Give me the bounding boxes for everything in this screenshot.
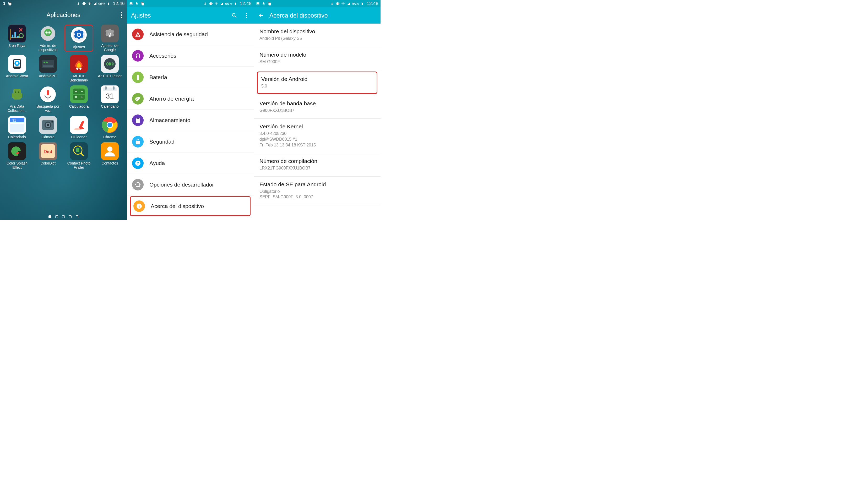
document-icon [267,2,271,6]
svg-rect-66 [70,116,88,134]
app-4[interactable]: Android Wear [3,55,31,82]
settings-row-6[interactable]: ? Ayuda [127,153,254,174]
svg-point-94 [139,205,140,206]
app-8[interactable]: Ara Data Collection... [3,85,31,113]
svg-rect-53 [105,86,107,90]
app-icon [39,85,57,103]
svg-rect-88 [137,34,138,35]
app-14[interactable]: CCleaner [64,116,93,139]
svg-text:+: + [75,89,77,94]
app-10[interactable]: +−×÷ Calculadora [64,85,93,113]
app-15[interactable]: Chrome [95,116,124,139]
svg-point-85 [246,15,247,16]
app-2[interactable]: Ajustes [64,25,93,52]
bluetooth-icon [76,2,81,6]
svg-point-30 [80,67,82,70]
app-0[interactable]: 3 en Raya [3,25,31,52]
settings-row-0[interactable]: Asistencia de seguridad [127,23,254,45]
search-button[interactable] [231,12,237,19]
app-label: Calendario [101,104,119,108]
about-screen: 95% 12:48 Acerca del dispositivo Nombre … [254,0,381,220]
about-item-1[interactable]: Número de modelo SM-G900F [254,47,381,70]
menu-button[interactable] [243,12,249,19]
alert-icon [132,29,144,40]
svg-rect-89 [137,75,139,80]
info-title: Nombre del dispositivo [259,28,375,34]
app-16[interactable]: Color Splash Effect [3,142,31,169]
gallery-icon [256,2,260,6]
about-list: Nombre del dispositivo Android Pit (Gala… [254,23,381,206]
app-9[interactable]: Búsqueda por voz [33,85,62,113]
app-17[interactable]: Dict ColorDict [33,142,62,169]
about-item-0[interactable]: Nombre del dispositivo Android Pit (Gala… [254,23,381,47]
about-item-3[interactable]: Versión de banda base G900FXXU1BOB7 [254,96,381,119]
lock-icon [132,136,144,147]
app-icon [101,55,119,73]
svg-point-87 [137,35,138,36]
app-label: Android Wear [6,74,28,78]
settings-row-7[interactable]: Opciones de desarrollador [127,174,254,196]
settings-row-3[interactable]: Ahorro de energía [127,88,254,109]
app-6[interactable]: AnTuTu Benchmark [64,55,93,82]
app-12[interactable]: 31 Calendario [3,116,31,139]
battery-percent: 95% [352,2,359,6]
info-value: SM-G900F [259,59,375,65]
vibrate-icon [82,2,86,6]
app-label: AndroidPIT [39,74,57,78]
app-1[interactable]: Admin. de dispositivos [33,25,62,52]
signal-icon [93,2,97,6]
signal-icon [220,2,224,6]
svg-rect-27 [43,65,53,66]
wifi-icon [341,2,345,6]
svg-rect-3 [12,34,13,38]
help-icon: ? [132,157,144,169]
svg-rect-57 [10,118,24,122]
settings-row-8[interactable]: Acerca del dispositivo [130,196,250,216]
back-button[interactable] [258,12,264,19]
settings-list: Asistencia de seguridad Accesorios Bater… [127,23,254,217]
about-item-5[interactable]: Número de compilación LRX21T.G900FXXU1BO… [254,153,381,177]
app-label: CCleaner [71,135,86,139]
app-7[interactable]: AnTuTu Tester [95,55,124,82]
menu-button[interactable] [121,12,122,18]
app-3[interactable]: g Ajustes de Google [95,25,124,52]
gallery-icon [129,2,133,6]
svg-rect-35 [13,89,21,99]
info-title: Número de modelo [259,52,375,58]
app-11[interactable]: 31 Calendario [95,85,124,113]
svg-rect-4 [14,32,16,38]
settings-row-1[interactable]: Accesorios [127,45,254,66]
settings-toolbar: Ajustes [127,7,254,23]
info-value: Android Pit (Galaxy S5 [259,35,375,41]
settings-row-2[interactable]: Batería [127,66,254,88]
wifi-icon [87,2,92,6]
vibrate-icon [335,2,340,6]
app-13[interactable]: Cámara [33,116,62,139]
battery-icon [233,2,237,6]
page-indicator[interactable] [0,215,127,218]
row-label: Asistencia de seguridad [149,31,208,38]
app-5[interactable]: AndroidPIT [33,55,62,82]
apps-title: Aplicaciones [46,11,80,19]
svg-rect-38 [12,93,13,98]
bluetooth-icon [203,2,207,6]
about-item-4[interactable]: Versión de Kernel 3.4.0-4209230dpi@SWDD6… [254,119,381,153]
app-icon [8,142,26,160]
about-item-2[interactable]: Versión de Android 5.0 [257,72,378,94]
info-title: Número de compilación [259,158,375,164]
svg-text:÷: ÷ [81,95,83,99]
status-bar: 95% 12:48 [127,0,254,7]
about-item-6[interactable]: Estado de SE para Android ObligatorioSEP… [254,177,381,206]
settings-row-4[interactable]: Almacenamiento [127,109,254,131]
svg-rect-24 [42,60,54,68]
settings-row-5[interactable]: Seguridad [127,131,254,153]
app-icon [8,85,26,103]
battery-percent: 95% [98,2,105,6]
app-label: AnTuTu Benchmark [64,74,93,82]
app-19[interactable]: Contactos [95,142,124,169]
bluetooth-icon [330,2,334,6]
app-18[interactable]: Contact Photo Finder [64,142,93,169]
svg-point-67 [74,128,81,130]
row-label: Ahorro de energía [149,96,194,102]
app-icon: g [101,25,119,42]
